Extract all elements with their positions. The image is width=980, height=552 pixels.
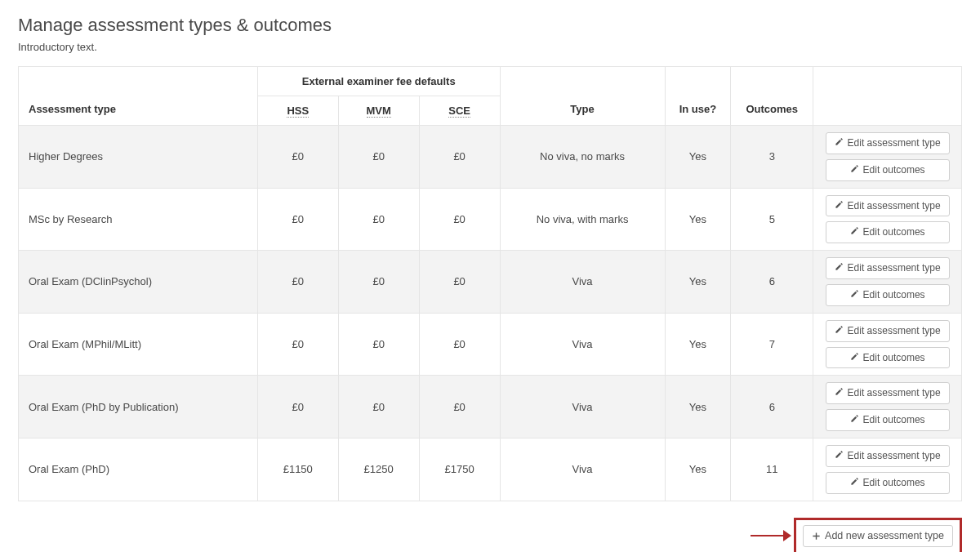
- edit-assessment-type-button[interactable]: Edit assessment type: [826, 382, 950, 404]
- edit-outcomes-button[interactable]: Edit outcomes: [826, 159, 950, 181]
- edit-outcomes-label: Edit outcomes: [863, 351, 925, 365]
- edit-outcomes-button[interactable]: Edit outcomes: [826, 472, 950, 494]
- fee-mvm: £1250: [338, 438, 419, 501]
- in-use-value: Yes: [665, 251, 731, 314]
- header-mvm: MVM: [338, 96, 419, 126]
- type-value: Viva: [500, 313, 665, 376]
- in-use-value: Yes: [665, 438, 731, 501]
- fee-hss: £0: [257, 313, 338, 376]
- add-assessment-type-button[interactable]: Add new assessment type: [803, 525, 953, 548]
- header-actions: [813, 67, 962, 126]
- page-title: Manage assessment types & outcomes: [18, 15, 962, 36]
- header-assessment-type: Assessment type: [19, 67, 258, 126]
- header-sce: SCE: [419, 96, 500, 126]
- fee-mvm: £0: [338, 251, 419, 314]
- pencil-icon: [850, 476, 859, 490]
- header-type: Type: [500, 67, 665, 126]
- edit-assessment-type-button[interactable]: Edit assessment type: [826, 257, 950, 279]
- add-button-label: Add new assessment type: [825, 529, 944, 544]
- pencil-icon: [835, 199, 844, 213]
- edit-type-label: Edit assessment type: [848, 261, 941, 275]
- type-value: Viva: [500, 251, 665, 314]
- edit-outcomes-label: Edit outcomes: [863, 225, 925, 239]
- header-in-use: In use?: [665, 67, 731, 126]
- table-row: Oral Exam (DClinPsychol)£0£0£0VivaYes6Ed…: [19, 251, 962, 314]
- type-value: Viva: [500, 438, 665, 501]
- outcomes-count: 6: [731, 251, 813, 314]
- outcomes-count: 7: [731, 313, 813, 376]
- edit-outcomes-button[interactable]: Edit outcomes: [826, 221, 950, 243]
- edit-assessment-type-button[interactable]: Edit assessment type: [826, 132, 950, 154]
- fee-sce: £0: [419, 376, 500, 438]
- table-row: Oral Exam (MPhil/MLitt)£0£0£0VivaYes7Edi…: [19, 313, 962, 376]
- pencil-icon: [835, 386, 844, 400]
- pencil-icon: [850, 288, 859, 302]
- fee-mvm: £0: [338, 126, 419, 189]
- header-fee-group: External examiner fee defaults: [257, 67, 500, 96]
- pencil-icon: [835, 261, 844, 275]
- pencil-icon: [850, 163, 859, 177]
- type-value: No viva, with marks: [500, 188, 665, 251]
- edit-outcomes-label: Edit outcomes: [863, 413, 925, 427]
- in-use-value: Yes: [665, 188, 731, 251]
- outcomes-count: 11: [731, 438, 813, 501]
- fee-hss: £0: [257, 251, 338, 314]
- fee-sce: £0: [419, 188, 500, 251]
- outcomes-count: 6: [731, 376, 813, 438]
- intro-text: Introductory text.: [18, 41, 962, 53]
- assessment-name: Higher Degrees: [19, 126, 258, 189]
- edit-outcomes-button[interactable]: Edit outcomes: [826, 409, 950, 431]
- header-outcomes: Outcomes: [731, 67, 813, 126]
- edit-outcomes-label: Edit outcomes: [863, 163, 925, 177]
- edit-type-label: Edit assessment type: [848, 324, 941, 338]
- pencil-icon: [850, 351, 859, 365]
- edit-type-label: Edit assessment type: [848, 449, 941, 463]
- edit-type-label: Edit assessment type: [848, 199, 941, 213]
- outcomes-count: 3: [731, 126, 813, 189]
- assessment-name: Oral Exam (MPhil/MLitt): [19, 313, 258, 376]
- edit-outcomes-label: Edit outcomes: [863, 288, 925, 302]
- fee-mvm: £0: [338, 188, 419, 251]
- edit-outcomes-button[interactable]: Edit outcomes: [826, 347, 950, 369]
- assessment-name: MSc by Research: [19, 188, 258, 251]
- in-use-value: Yes: [665, 313, 731, 376]
- assessment-name: Oral Exam (DClinPsychol): [19, 251, 258, 314]
- header-hss: HSS: [257, 96, 338, 126]
- edit-outcomes-button[interactable]: Edit outcomes: [826, 284, 950, 306]
- fee-sce: £0: [419, 251, 500, 314]
- in-use-value: Yes: [665, 376, 731, 438]
- plus-icon: [812, 532, 821, 541]
- pencil-icon: [850, 225, 859, 239]
- edit-assessment-type-button[interactable]: Edit assessment type: [826, 320, 950, 342]
- fee-mvm: £0: [338, 313, 419, 376]
- type-value: Viva: [500, 376, 665, 438]
- fee-mvm: £0: [338, 376, 419, 438]
- fee-sce: £0: [419, 126, 500, 189]
- fee-sce: £0: [419, 313, 500, 376]
- edit-type-label: Edit assessment type: [848, 136, 941, 150]
- assessment-name: Oral Exam (PhD): [19, 438, 258, 501]
- table-row: Oral Exam (PhD)£1150£1250£1750VivaYes11E…: [19, 438, 962, 501]
- highlight-annotation: Add new assessment type: [794, 518, 962, 552]
- edit-assessment-type-button[interactable]: Edit assessment type: [826, 445, 950, 467]
- arrow-annotation: [751, 530, 791, 541]
- table-row: Oral Exam (PhD by Publication)£0£0£0Viva…: [19, 376, 962, 438]
- pencil-icon: [835, 449, 844, 463]
- edit-outcomes-label: Edit outcomes: [863, 476, 925, 490]
- fee-hss: £0: [257, 188, 338, 251]
- in-use-value: Yes: [665, 126, 731, 189]
- assessment-name: Oral Exam (PhD by Publication): [19, 376, 258, 438]
- pencil-icon: [850, 413, 859, 427]
- fee-hss: £0: [257, 126, 338, 189]
- table-row: Higher Degrees£0£0£0No viva, no marksYes…: [19, 126, 962, 189]
- fee-sce: £1750: [419, 438, 500, 501]
- outcomes-count: 5: [731, 188, 813, 251]
- fee-hss: £0: [257, 376, 338, 438]
- type-value: No viva, no marks: [500, 126, 665, 189]
- edit-type-label: Edit assessment type: [848, 386, 941, 400]
- assessment-types-table: Assessment type External examiner fee de…: [18, 66, 962, 501]
- pencil-icon: [835, 136, 844, 150]
- table-row: MSc by Research£0£0£0No viva, with marks…: [19, 188, 962, 251]
- pencil-icon: [835, 324, 844, 338]
- edit-assessment-type-button[interactable]: Edit assessment type: [826, 195, 950, 217]
